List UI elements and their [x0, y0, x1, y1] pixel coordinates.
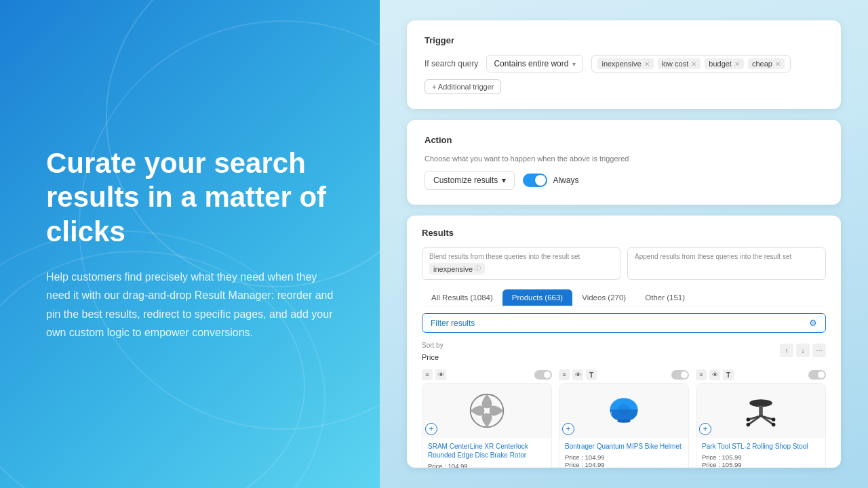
- product-card-3: + Park Tool STL-2 Rolling Shop Stool Pri…: [696, 383, 826, 468]
- customize-select[interactable]: Customize results ▾: [425, 171, 515, 190]
- add-button-1[interactable]: +: [425, 423, 437, 435]
- blend-right-box: Append results from these queries into t…: [627, 247, 826, 280]
- always-toggle[interactable]: [523, 174, 547, 187]
- product-image-1: +: [422, 384, 551, 438]
- contains-select-label: Contains entire word: [494, 59, 568, 68]
- product-image-2: +: [559, 384, 688, 438]
- blend-left-label: Blend results from these queries into th…: [429, 253, 613, 260]
- action-subtitle: Choose what you want to happen when the …: [425, 155, 823, 163]
- results-card-title: Results: [422, 228, 826, 238]
- tag-remove-icon[interactable]: ✕: [734, 60, 740, 68]
- svg-point-10: [747, 423, 751, 427]
- product-toolbar-3: ≡ 👁 T: [696, 369, 826, 380]
- tab-products[interactable]: Products (663): [502, 289, 572, 306]
- trigger-card-title: Trigger: [425, 35, 823, 45]
- chevron-down-icon: ▾: [572, 60, 576, 68]
- product-image-3: +: [696, 384, 825, 438]
- blend-left-box: Blend results from these queries into th…: [422, 247, 620, 280]
- product-price-2b: Price : 104.99: [565, 461, 683, 468]
- eye-icon[interactable]: 👁: [709, 369, 720, 380]
- product-name-1: SRAM CenterLine XR Centerlock Rounded Ed…: [428, 442, 546, 460]
- tag-remove-icon[interactable]: ✕: [775, 60, 781, 68]
- text-icon[interactable]: T: [723, 369, 734, 380]
- tab-other[interactable]: Other (151): [635, 289, 694, 306]
- drag-icon[interactable]: ≡: [559, 369, 570, 380]
- tag-low-cost: low cost ✕: [658, 58, 701, 69]
- blend-row: Blend results from these queries into th…: [422, 247, 826, 280]
- product-card-2: + Bontrager Quantum MIPS Bike Helmet Pri…: [559, 383, 689, 468]
- blend-right-label: Append results from these queries into t…: [635, 253, 818, 260]
- tag-cheap: cheap ✕: [748, 58, 785, 69]
- product-toggle-3[interactable]: [808, 370, 826, 380]
- action-card: Action Choose what you want to happen wh…: [407, 120, 841, 205]
- product-toolbar-1: ≡ 👁: [422, 369, 552, 380]
- info-icon: ⓘ: [475, 264, 481, 273]
- product-toolbar-2: ≡ 👁 T: [559, 369, 689, 380]
- svg-point-12: [747, 418, 751, 422]
- product-info-3: Park Tool STL-2 Rolling Shop Stool Price…: [696, 438, 825, 468]
- left-panel: Curate your search results in a matter o…: [0, 0, 380, 488]
- action-row: Customize results ▾ Always: [425, 171, 823, 190]
- product-price-3a: Price : 105.99: [702, 453, 820, 461]
- product-price-3b: Price : 105.99: [702, 461, 820, 468]
- sort-down-button[interactable]: ↓: [796, 344, 810, 357]
- additional-trigger-button[interactable]: + Additional trigger: [425, 79, 501, 94]
- eye-icon[interactable]: 👁: [572, 369, 583, 380]
- always-label: Always: [553, 176, 578, 185]
- sort-more-button[interactable]: ⋯: [812, 344, 826, 357]
- right-panel: Trigger If search query Contains entire …: [380, 0, 868, 488]
- tag-inexpensive: inexpensive ✕: [597, 58, 653, 69]
- svg-point-11: [772, 423, 776, 427]
- product-price-2a: Price : 104.99: [565, 453, 683, 461]
- sort-controls: ↑ ↓ ⋯: [780, 344, 826, 357]
- helmet-image: [605, 392, 643, 430]
- action-card-title: Action: [425, 135, 823, 145]
- sort-by-label: Sort by: [422, 342, 443, 349]
- sort-up-button[interactable]: ↑: [780, 344, 793, 357]
- eye-icon[interactable]: 👁: [435, 369, 446, 380]
- product-info-1: SRAM CenterLine XR Centerlock Rounded Ed…: [422, 438, 551, 468]
- blend-tag-inexpensive: inexpensive ⓘ: [429, 263, 485, 274]
- add-button-3[interactable]: +: [699, 423, 711, 435]
- toggle-container: Always: [523, 174, 578, 187]
- product-toggle-1[interactable]: [534, 370, 552, 380]
- tag-remove-icon[interactable]: ✕: [691, 60, 696, 68]
- svg-rect-5: [759, 406, 763, 416]
- filter-row[interactable]: Filter results ⚙: [422, 313, 826, 333]
- tags-container: inexpensive ✕ low cost ✕ budget ✕ cheap …: [591, 55, 790, 73]
- tab-videos[interactable]: Videos (270): [572, 289, 635, 306]
- products-grid: ≡ 👁: [422, 369, 826, 468]
- product-info-2: Bontrager Quantum MIPS Bike Helmet Price…: [559, 438, 688, 468]
- drag-icon[interactable]: ≡: [696, 369, 707, 380]
- customize-select-label: Customize results: [433, 176, 498, 185]
- filter-icon: ⚙: [809, 318, 817, 328]
- text-icon[interactable]: T: [586, 369, 597, 380]
- tabs-row: All Results (1084) Products (663) Videos…: [422, 289, 826, 306]
- stool-image: [742, 392, 780, 430]
- add-button-2[interactable]: +: [562, 423, 574, 435]
- hero-description: Help customers find precisely what they …: [46, 268, 334, 342]
- drag-icon[interactable]: ≡: [422, 369, 433, 380]
- product-col-2: ≡ 👁 T: [559, 369, 689, 468]
- trigger-card: Trigger If search query Contains entire …: [407, 20, 841, 109]
- rotor-image: [468, 392, 506, 430]
- sort-row: Sort by Price ↑ ↓ ⋯: [422, 338, 826, 363]
- contains-select[interactable]: Contains entire word ▾: [486, 55, 583, 73]
- tag-remove-icon[interactable]: ✕: [644, 60, 650, 68]
- tab-all-results[interactable]: All Results (1084): [422, 289, 502, 306]
- hero-title: Curate your search results in a matter o…: [46, 146, 334, 249]
- product-price-1a: Price : 104.99: [428, 462, 546, 468]
- tag-budget: budget ✕: [705, 58, 744, 69]
- product-card-1: + SRAM CenterLine XR Centerlock Rounded …: [422, 383, 552, 468]
- product-name-3: Park Tool STL-2 Rolling Shop Stool: [702, 442, 820, 451]
- product-col-1: ≡ 👁: [422, 369, 552, 468]
- filter-label: Filter results: [431, 319, 475, 328]
- sort-value: Price: [422, 353, 439, 361]
- if-search-label: If search query: [425, 59, 478, 68]
- product-name-2: Bontrager Quantum MIPS Bike Helmet: [565, 442, 683, 451]
- chevron-down-icon: ▾: [502, 176, 506, 185]
- product-col-3: ≡ 👁 T: [696, 369, 826, 468]
- product-toggle-2[interactable]: [671, 370, 689, 380]
- svg-point-13: [772, 418, 776, 422]
- trigger-row: If search query Contains entire word ▾ i…: [425, 55, 823, 73]
